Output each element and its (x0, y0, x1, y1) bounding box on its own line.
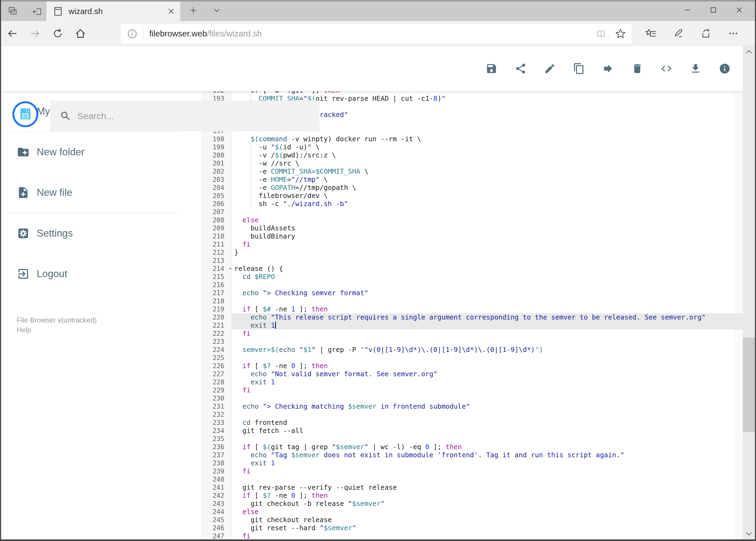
refresh-icon[interactable] (50, 26, 65, 41)
line-number: 224 (201, 346, 232, 354)
set-tabs-aside-icon[interactable] (30, 4, 45, 19)
code-line-236[interactable]: 236 if [ $(git tag | grep "$semver" | wc… (201, 443, 748, 451)
code-line-245[interactable]: 245 git checkout release (201, 516, 748, 524)
sidebar-item-new-folder[interactable]: New folder (1, 132, 179, 172)
scroll-down-icon[interactable] (743, 527, 755, 539)
download-icon[interactable] (690, 63, 701, 75)
url-bar[interactable]: filebrowser.web/files/wizard.sh (121, 24, 631, 44)
tab-list-chevron-icon[interactable] (209, 3, 224, 18)
code-line-198[interactable]: 198 $(command -v winpty) docker run --rm… (201, 135, 748, 143)
line-number: 216 (201, 281, 232, 289)
code-line-237[interactable]: 237 echo "Tag $semver does not exist in … (201, 451, 748, 459)
code-line-233[interactable]: 233 cd frontend (201, 419, 748, 427)
code-line-192[interactable]: 192 if [ -d ".git" ]; then (201, 91, 748, 95)
code-line-213[interactable]: 213 (201, 257, 748, 265)
fold-marker-icon[interactable]: ▾ (229, 265, 231, 273)
window-close-button[interactable] (726, 2, 752, 18)
code-line-205[interactable]: 205 filebrowser/dev \ (201, 192, 748, 200)
code-line-214[interactable]: 214▾release () { (201, 265, 748, 273)
code-line-239[interactable]: 239 fi (201, 467, 748, 475)
code-line-212[interactable]: 212} (201, 249, 748, 257)
browser-tab-wizard[interactable]: wizard.sh (46, 2, 180, 21)
code-line-243[interactable]: 243 git checkout -b release "$semver" (201, 500, 748, 508)
code-line-217[interactable]: 217 echo "> Checking semver format" (201, 289, 748, 297)
code-line-211[interactable]: 211 fi (201, 241, 748, 249)
code-line-218[interactable]: 218 (201, 297, 748, 305)
code-line-247[interactable]: 247 fi (201, 532, 748, 539)
sidebar-item-logout[interactable]: Logout (1, 254, 179, 294)
code-line-224[interactable]: 224 semver=$(echo "$1" | grep -P '^v(0|[… (201, 346, 748, 354)
code-line-209[interactable]: 209 buildAssets (201, 224, 748, 232)
code-line-207[interactable]: 207 (201, 208, 748, 216)
code-line-244[interactable]: 244 else (201, 508, 748, 516)
delete-icon[interactable] (631, 63, 643, 75)
code-line-222[interactable]: 222 fi (201, 329, 748, 337)
favorite-star-icon[interactable] (615, 28, 626, 39)
share-icon[interactable] (515, 63, 527, 75)
help-link[interactable]: Help (17, 325, 97, 335)
home-icon[interactable] (73, 26, 88, 41)
web-notes-icon[interactable] (671, 26, 686, 41)
tabs-preview-icon[interactable] (5, 4, 21, 19)
edit-icon[interactable] (544, 63, 556, 75)
scrollbar-thumb[interactable] (743, 337, 755, 432)
save-icon[interactable] (486, 63, 497, 75)
code-icon[interactable] (660, 63, 672, 75)
vertical-scrollbar[interactable] (743, 46, 755, 539)
code-line-208[interactable]: 208 else (201, 216, 748, 224)
code-line-223[interactable]: 223 (201, 337, 748, 346)
code-line-229[interactable]: 229 fi (201, 386, 748, 394)
code-line-220[interactable]: 220 echo "This release script requires a… (201, 313, 748, 321)
window-minimize-button[interactable] (674, 2, 700, 18)
back-icon[interactable] (5, 26, 20, 41)
forward-icon[interactable] (28, 26, 43, 41)
code-line-241[interactable]: 241 git rev-parse --verify --quiet relea… (201, 483, 748, 492)
code-line-225[interactable]: 225 (201, 354, 748, 362)
code-line-230[interactable]: 230 (201, 394, 748, 402)
code-line-204[interactable]: 204 -e GOPATH=//tmp/gopath \ (201, 184, 748, 192)
code-line-216[interactable]: 216 (201, 281, 748, 289)
info-icon[interactable] (719, 63, 731, 75)
copy-icon[interactable] (573, 63, 585, 75)
code-line-202[interactable]: 202 -e COMMIT_SHA=$COMMIT_SHA \ (201, 168, 748, 176)
search-input[interactable]: Search... (50, 101, 320, 131)
share-icon[interactable] (698, 26, 713, 41)
code-line-227[interactable]: 227 echo "Not valid semver format. See s… (201, 370, 748, 378)
code-editor[interactable]: 192 if [ -d ".git" ]; then193 COMMIT_SHA… (201, 91, 748, 539)
code-line-200[interactable]: 200 -v /$(pwd):/src:z \ (201, 151, 748, 159)
code-line-221[interactable]: 221 exit 1 (201, 321, 748, 329)
line-number: 214▾ (201, 265, 232, 273)
code-line-215[interactable]: 215 cd $REPO (201, 273, 748, 281)
code-line-219[interactable]: 219 if [ $# -ne 1 ]; then (201, 305, 748, 313)
code-line-199[interactable]: 199 -u "$(id -u)" \ (201, 143, 748, 151)
new-tab-icon[interactable] (186, 3, 201, 18)
code-line-235[interactable]: 235 (201, 435, 748, 443)
window-maximize-button[interactable] (700, 2, 726, 18)
line-number: 223 (201, 337, 232, 346)
new-file-icon (17, 186, 30, 199)
code-line-226[interactable]: 226 if [ $? -ne 0 ]; then (201, 362, 748, 370)
url-text[interactable]: filebrowser.web/files/wizard.sh (149, 29, 596, 39)
code-line-238[interactable]: 238 exit 1 (201, 459, 748, 467)
code-line-232[interactable]: 232 (201, 410, 748, 419)
code-line-203[interactable]: 203 -e HOME="//tmp" \ (201, 176, 748, 184)
code-line-231[interactable]: 231 echo "> Checking matching $semver in… (201, 402, 748, 410)
hub-icon[interactable] (643, 26, 658, 41)
code-line-228[interactable]: 228 exit 1 (201, 378, 748, 386)
code-line-240[interactable]: 240 (201, 475, 748, 483)
code-line-234[interactable]: 234 git fetch --all (201, 427, 748, 435)
line-number: 230 (201, 394, 232, 402)
code-line-210[interactable]: 210 buildBinary (201, 232, 748, 241)
code-line-206[interactable]: 206 sh -c "./wizard.sh -b" (201, 200, 748, 208)
code-line-201[interactable]: 201 -w //src \ (201, 159, 748, 168)
code-line-242[interactable]: 242 if [ $? -ne 0 ]; then (201, 492, 748, 500)
code-line-246[interactable]: 246 git reset --hard "$semver" (201, 524, 748, 532)
more-icon[interactable] (726, 26, 741, 41)
move-icon[interactable] (602, 63, 614, 75)
sidebar-item-new-file[interactable]: New file (1, 172, 179, 213)
sidebar-item-settings[interactable]: Settings (1, 213, 179, 254)
filebrowser-logo[interactable] (12, 101, 38, 127)
site-info-icon[interactable] (127, 28, 137, 39)
tab-close-icon[interactable] (166, 6, 176, 17)
scroll-up-icon[interactable] (743, 46, 755, 58)
